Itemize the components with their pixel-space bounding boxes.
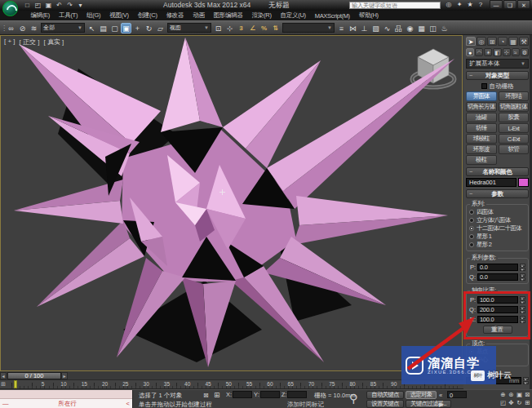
zoom-region-icon[interactable]: ◰ xyxy=(499,399,507,406)
category-helpers-icon[interactable]: ⊹ xyxy=(503,48,511,56)
open-file-icon[interactable]: ◰ xyxy=(33,1,42,10)
select-and-scale-icon[interactable]: ▱ xyxy=(155,23,166,33)
menu-item[interactable]: 修改器 xyxy=(162,11,188,20)
rollout-object-type[interactable]: 对象类型 xyxy=(466,71,529,80)
object-type-button[interactable]: C-Ext xyxy=(499,134,530,144)
select-by-name-icon[interactable]: ▤ xyxy=(98,23,109,33)
menu-item[interactable]: 视图(V) xyxy=(105,11,134,20)
align-icon[interactable]: ⊥ xyxy=(359,23,370,33)
menu-item[interactable]: 组(G) xyxy=(82,11,105,20)
use-pivot-center-icon[interactable]: ⊡ xyxy=(213,23,224,33)
menu-item[interactable]: 工具(T) xyxy=(55,11,82,20)
add-time-tag[interactable]: 添加时间标记 xyxy=(287,401,324,408)
select-and-rotate-icon[interactable]: ↻ xyxy=(144,23,154,33)
select-and-manipulate-icon[interactable]: ⊹ xyxy=(224,23,235,33)
orbit-icon[interactable]: ↻ xyxy=(516,399,523,406)
reference-coordinate-dropdown[interactable]: 视图▼ xyxy=(167,23,211,33)
track-bar[interactable]: ⊞ 51015202530354045505560657075808590 xyxy=(0,380,463,389)
time-slider-handle[interactable]: 0 / 100 xyxy=(7,372,61,379)
hedra-star-object[interactable] xyxy=(1,36,463,370)
category-cameras-icon[interactable]: ◧ xyxy=(493,48,501,56)
menu-item[interactable]: 帮助(H) xyxy=(354,11,383,20)
category-shapes-icon[interactable]: ◠ xyxy=(475,48,483,56)
object-color-swatch[interactable] xyxy=(518,178,529,187)
rendered-frame-icon[interactable]: ◫ xyxy=(428,23,438,33)
menu-item[interactable]: 自定义(U) xyxy=(276,11,310,20)
spinner-snap-icon[interactable]: ⇅ xyxy=(270,23,281,33)
coordinate-input[interactable] xyxy=(233,391,252,398)
save-file-icon[interactable]: ▣ xyxy=(44,1,53,10)
set-key-button[interactable]: 设置关键点 xyxy=(366,400,404,408)
rollout-name-color[interactable]: 名称和颜色 xyxy=(466,167,529,176)
tab-motion[interactable]: ◔ xyxy=(498,37,508,46)
angle-snap-icon[interactable]: ∠ xyxy=(247,23,258,33)
menu-item[interactable]: 图形编辑器 xyxy=(209,11,247,20)
subscription-key-icon[interactable]: ✦ xyxy=(455,1,463,9)
spinner-value-field[interactable]: 100.0 xyxy=(477,296,518,304)
current-frame-input[interactable]: 0 xyxy=(447,391,467,398)
search-icon[interactable]: ◎ xyxy=(445,1,453,9)
spinner-value-field[interactable]: 100.0 xyxy=(477,316,518,323)
spinner-arrows[interactable] xyxy=(520,306,525,313)
spinner-arrows[interactable] xyxy=(523,377,529,384)
category-geometry-icon[interactable]: ● xyxy=(466,48,474,56)
menu-item[interactable]: 动画 xyxy=(188,11,209,20)
autogrid-checkbox[interactable] xyxy=(481,83,487,89)
zoom-extents-icon[interactable]: ▣ xyxy=(516,391,523,398)
pan-icon[interactable]: ✥ xyxy=(508,399,515,406)
auto-key-button[interactable]: 自动关键点 xyxy=(366,391,404,399)
family-radio[interactable]: 星形 1 xyxy=(469,233,525,241)
category-systems-icon[interactable]: ⚙ xyxy=(521,48,529,56)
undo-icon[interactable]: ↶ xyxy=(55,1,64,10)
infocenter-search-input[interactable] xyxy=(349,2,441,9)
time-slider-track[interactable]: ◂ 0 / 100 ▸ xyxy=(0,371,463,380)
listener-pane[interactable]: — 所在行 < xyxy=(0,399,132,408)
object-type-button[interactable]: 切角长方体 xyxy=(466,102,497,112)
bind-to-spacewarp-icon[interactable]: ≋ xyxy=(29,23,39,33)
zoom-icon[interactable]: ⊕ xyxy=(499,391,507,398)
spinner-arrows[interactable] xyxy=(520,264,525,271)
viewport-label-part[interactable]: [ 正交 ] xyxy=(20,38,40,47)
object-type-button[interactable]: 油罐 xyxy=(466,113,497,122)
play-button[interactable]: ▶ xyxy=(439,401,444,408)
menu-item[interactable]: MAXScript(M) xyxy=(310,12,354,20)
selection-lock-icon[interactable]: ⊠ xyxy=(203,392,209,399)
percent-snap-icon[interactable]: % xyxy=(259,23,269,33)
zoom-all-icon[interactable]: ⊛ xyxy=(508,391,515,398)
object-type-button[interactable]: 切角圆柱体 xyxy=(499,102,530,112)
restore-button[interactable]: ❏ xyxy=(503,0,516,9)
select-object-icon[interactable]: ↖ xyxy=(86,23,97,33)
tab-hierarchy[interactable]: ⊞ xyxy=(487,37,497,46)
layer-manager-icon[interactable]: ▧ xyxy=(370,23,381,33)
key-filters-button[interactable]: 关键点过滤器... xyxy=(406,400,451,408)
coordinate-input[interactable] xyxy=(260,391,280,398)
reset-button[interactable]: 重置 xyxy=(483,326,512,334)
viewport-orthographic[interactable]: [ + ][ 正交 ][ 真实 ] xyxy=(0,35,463,371)
window-crossing-toggle-icon[interactable]: ▣ xyxy=(121,23,131,33)
rect-selection-region-icon[interactable]: ▢ xyxy=(109,23,120,33)
spinner-value-field[interactable]: 200.0 xyxy=(477,306,518,313)
object-type-button[interactable]: L-Ext xyxy=(499,123,530,133)
select-and-move-icon[interactable]: + xyxy=(132,23,143,33)
coordinate-input[interactable] xyxy=(287,391,307,398)
spinner-arrows[interactable] xyxy=(520,316,525,323)
tab-display[interactable]: ▦ xyxy=(508,37,518,46)
menu-item[interactable]: 创建(C) xyxy=(133,11,162,20)
object-type-button[interactable]: 纺锤 xyxy=(466,123,497,133)
go-to-start-button[interactable]: « xyxy=(439,392,442,399)
macro-recorder-pane[interactable] xyxy=(0,390,132,399)
curve-editor-icon[interactable]: ∿ xyxy=(382,23,392,33)
previous-frame-button[interactable]: ◂ xyxy=(0,372,7,379)
spinner-arrows[interactable] xyxy=(520,273,525,281)
object-type-button[interactable]: 环形结 xyxy=(499,91,530,101)
primitive-category-dropdown[interactable]: 扩展基本体▼ xyxy=(466,59,529,69)
minimize-button[interactable]: — xyxy=(490,0,503,9)
object-type-button[interactable]: 异面体 xyxy=(466,91,497,101)
object-type-button[interactable]: 胶囊 xyxy=(499,113,530,122)
tab-create[interactable]: ➤ xyxy=(466,37,476,46)
category-lights-icon[interactable]: ☀ xyxy=(484,48,492,56)
object-type-button[interactable]: 球棱柱 xyxy=(466,134,497,144)
menu-item[interactable]: 渲染(R) xyxy=(247,11,276,20)
toolbar-handle[interactable]: ⋮ xyxy=(1,24,5,32)
mirror-icon[interactable]: ⋈ xyxy=(348,23,358,33)
